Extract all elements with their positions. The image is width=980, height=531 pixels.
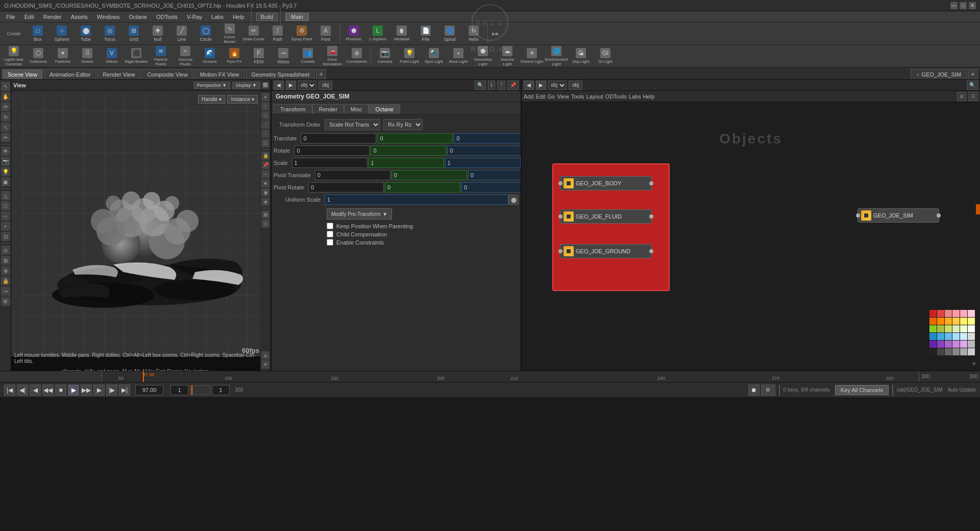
end-frame-input2[interactable] [212,385,230,395]
tb-circle[interactable]: ◯Circle [194,23,217,44]
node-nav-go[interactable]: Go [548,93,555,100]
tb-draw-curve[interactable]: ✏Draw Curve [242,23,265,44]
select-tool[interactable]: ↖ [1,82,10,91]
node-edge-indicator[interactable] [976,204,980,214]
settings-tool[interactable]: ⚙ [1,297,10,306]
light-tool[interactable]: 💡 [1,167,10,176]
tb-particle-fluids[interactable]: ≋Particle Fluids [149,46,173,66]
maximize-button[interactable]: □ [960,2,967,9]
geometry-tool[interactable]: △ [1,191,10,200]
node-geo-joe-fluid[interactable]: GEO_JOE_FLUID [560,209,652,224]
rs-uvs[interactable]: ⊡ [261,139,270,147]
color-swatch[interactable] [937,348,944,355]
menu-render[interactable]: Render [39,13,66,21]
tb-point-light[interactable]: 💡Point Light [398,46,421,66]
scale-z[interactable] [445,158,521,168]
translate-z[interactable] [454,133,521,143]
tab-geo-joe-sim[interactable]: × GEO_JOE_SIM [911,69,967,79]
tb-camera[interactable]: 📷Camera [373,46,397,66]
instance-btn[interactable]: Instance ▾ [227,95,258,104]
color-swatch[interactable] [952,348,960,355]
tb-file[interactable]: 📄File [414,23,437,44]
grid-tool[interactable]: ⊞ [1,256,10,265]
color-swatch[interactable] [960,341,967,348]
node-geo-joe-ground[interactable]: GEO_JOE_GROUND [560,244,652,258]
tab-render-view[interactable]: Render View [97,69,141,79]
tb-sphere[interactable]: ○Sphere [50,23,74,44]
props-fwd-btn[interactable]: ▶ [286,81,296,90]
pivot-rotate-y[interactable] [385,182,460,192]
color-swatch[interactable] [929,310,937,317]
props-tab-transform[interactable]: Transform [274,104,312,114]
props-info-btn[interactable]: ℹ [488,81,495,90]
tb-line[interactable]: ╱Line [170,23,193,44]
rs-material[interactable]: ◆ [261,198,270,206]
scale-y[interactable] [369,158,444,168]
rs-shaded[interactable]: ◼ [261,188,270,197]
rs-ao[interactable]: ◎ [261,220,270,228]
pivot-rotate-x[interactable] [308,182,384,192]
rs-solid[interactable]: ■ [261,179,270,187]
viewport-display-btn[interactable]: Display ▼ [232,82,260,89]
pb-play-fwd[interactable]: ▶▶ [81,384,92,396]
uv-tool[interactable]: ⊡ [1,232,10,241]
pivot-translate-z[interactable] [468,170,521,180]
color-swatch[interactable] [960,325,967,332]
frame-range-bar[interactable] [190,385,210,395]
rs-normals[interactable]: ↑ [261,130,270,138]
props-pin-btn[interactable]: 📌 [507,81,519,90]
color-swatch[interactable] [929,318,937,325]
polygon-tool[interactable]: ⬡ [1,201,10,210]
props-path-select[interactable]: obj [298,81,316,90]
menu-octane[interactable]: Octane [125,13,151,21]
menu-assets[interactable]: Assets [67,13,92,21]
menu-windows[interactable]: Windows [93,13,124,21]
tab-animation-editor[interactable]: Animation Editor [44,69,96,79]
node-nav-odtools[interactable]: ODTools [605,93,627,100]
rotate-y[interactable] [371,146,446,156]
color-swatch[interactable] [937,318,944,325]
color-swatch[interactable] [929,348,937,355]
tb-environment-light[interactable]: 🌐Environment Light [545,46,568,66]
tb-area-light[interactable]: ▪Area Light [447,46,470,66]
main-button[interactable]: Main [285,13,309,21]
rotate-x[interactable] [294,146,370,156]
pb-next-key[interactable]: |▶ [106,384,117,396]
tab-add-button[interactable]: + [316,69,326,79]
keep-position-checkbox[interactable] [327,223,333,229]
scale-tool[interactable]: ⤡ [1,123,10,132]
rs-cam-down[interactable]: ▼ [261,360,270,369]
pivot-translate-x[interactable] [315,170,390,180]
viewport-settings-icon[interactable]: ⚙ [262,82,268,88]
tb-spot-light[interactable]: 🔦Spot Light [422,46,446,66]
color-swatch[interactable] [960,318,967,325]
node-nav-edit[interactable]: Edit [536,93,546,100]
scale-x[interactable] [292,158,368,168]
tb-torus[interactable]: ◎Torus [98,23,121,44]
node-path-btn[interactable]: obj [569,81,582,90]
tab-add-right[interactable]: + [968,69,978,79]
node-nav-add[interactable]: Add [524,93,534,100]
tb-pyro-fx[interactable]: 🔥Pyro FX [223,46,246,66]
color-swatch[interactable] [945,348,952,355]
tb-wires[interactable]: ⊸Wires [272,46,295,66]
tb-spiral[interactable]: 🌀Spiral [438,23,461,44]
tb-volume-light[interactable]: ☁Volume Light [496,46,519,66]
node-content[interactable]: GEO_JOE_BODY GEO_JOE_FLUID GEO_JOE_GROUN… [522,102,980,371]
tb-distant-light[interactable]: ☀Distant Light [520,46,544,66]
menu-file[interactable]: File [2,13,19,21]
color-swatch[interactable] [952,333,960,340]
tb-rigid-bodies[interactable]: ⬛Rigid Bodies [125,46,148,66]
node-search-btn[interactable]: 🔍 [967,81,978,90]
tb-gi-light[interactable]: GIGI Light [594,46,617,66]
rs-visible[interactable]: ● [261,93,270,101]
translate-y[interactable] [377,133,453,143]
minimize-button[interactable]: — [950,2,958,9]
pb-settings-btn[interactable]: ⚙ [761,384,775,396]
node-nav-layout[interactable]: Layout [586,93,603,100]
close-button[interactable]: ✕ [969,2,976,9]
tb-box[interactable]: □Box [26,23,50,44]
rs-pin[interactable]: 📌 [261,161,270,169]
rotate-z[interactable] [447,146,521,156]
uniform-scale-key-btn[interactable]: ⬤ [508,195,519,205]
